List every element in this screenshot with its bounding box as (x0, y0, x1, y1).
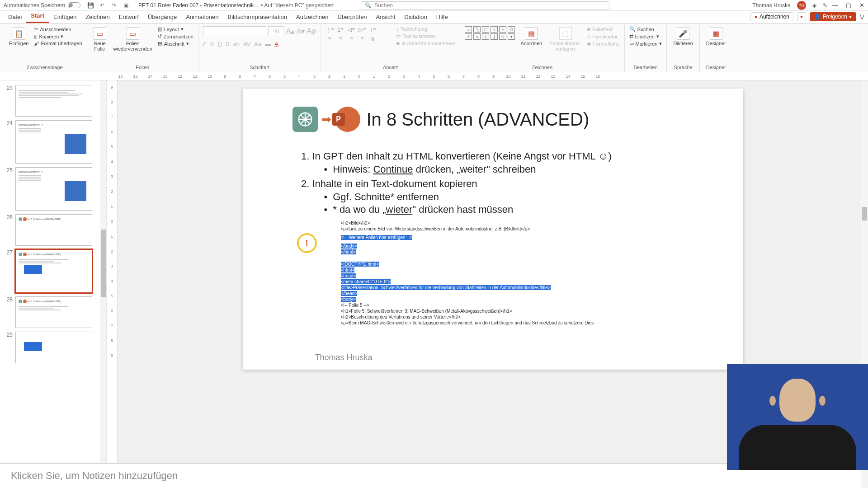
undo-icon[interactable]: ↶ (99, 2, 106, 9)
effects-button: ◉Formeffekte (587, 41, 620, 47)
tab-aufzeichnen[interactable]: Aufzeichnen (292, 12, 333, 23)
arrange-button[interactable]: ▦Anordnen (519, 26, 544, 47)
align-center-icon[interactable]: ≡ (336, 35, 344, 42)
columns-icon[interactable]: ⫼ (369, 35, 377, 42)
maximize-icon[interactable]: ▢ (846, 2, 851, 9)
autosave-toggle[interactable]: Automatisches Speichern (4, 2, 80, 9)
group-label: Bearbeiten (629, 64, 662, 71)
pencil-icon[interactable]: ✎ (823, 2, 827, 9)
toggle-switch[interactable] (68, 2, 80, 8)
group-label: Zwischenablage (7, 64, 82, 71)
clear-format-icon[interactable]: Aφ (307, 27, 316, 35)
slide-title-row: ➡ In 8 Schritten (ADVANCED) (292, 107, 707, 132)
thumb-28[interactable]: 28 In 8 Schritten (ADVANCED) (0, 295, 106, 330)
underline-icon[interactable]: U (217, 41, 222, 47)
diamond-icon[interactable]: ◈ (812, 2, 816, 9)
share-button[interactable]: 👤Freigeben▾ (810, 12, 856, 21)
outdent-icon[interactable]: ◁≡ (347, 26, 355, 33)
reuse-slides-button[interactable]: ▭Folien wiederverwenden (112, 26, 154, 52)
outline-button: ◇Formkontur (587, 33, 620, 39)
shadow-icon[interactable]: ab (233, 41, 239, 47)
bold-icon[interactable]: F (203, 41, 207, 47)
search-input[interactable]: 🔍 Suchen (361, 1, 609, 9)
highlight-icon[interactable]: ▬ (265, 41, 271, 47)
thumb-23[interactable]: 23 (0, 83, 106, 118)
tab-uebergaenge[interactable]: Übergänge (143, 12, 181, 23)
ribbon-tabs: Datei Start Einfügen Zeichnen Entwurf Üb… (0, 11, 868, 23)
user-avatar[interactable]: TH (797, 1, 806, 10)
collapse-ribbon-icon[interactable]: ⋁ (860, 14, 864, 20)
record-button[interactable]: ●Aufzeichnen (750, 12, 793, 21)
group-folien: ▭Neue Folie ▭Folien wiederverwenden ▥Lay… (87, 25, 198, 72)
ribbon-content: 📋Einfügen ✂Ausschneiden ⎘Kopieren▾ 🖌Form… (0, 23, 868, 72)
case-icon[interactable]: Aa (254, 41, 261, 47)
designer-button[interactable]: ▦Designer (704, 26, 728, 47)
code-screenshot: <h2>Bild</h2> <p>Link zu einem Bild von … (338, 220, 600, 326)
tab-zeichnen[interactable]: Zeichnen (81, 12, 114, 23)
close-icon[interactable]: ✕ (859, 2, 864, 9)
tab-animationen[interactable]: Animationen (181, 12, 223, 23)
copy-button[interactable]: ⎘Kopieren▾ (34, 33, 82, 39)
present-dropdown-icon[interactable]: ▾ (797, 12, 806, 21)
tab-einfuegen[interactable]: Einfügen (49, 12, 81, 23)
minimize-icon[interactable]: — (832, 2, 838, 9)
thumbnails-scrollbar[interactable] (100, 80, 106, 463)
layout-button[interactable]: ▥Layout▾ (158, 26, 193, 32)
justify-icon[interactable]: ≡ (358, 35, 366, 42)
shapes-gallery[interactable]: ▭╲▢○△⬠ ↗↘{}☆▾ (465, 26, 515, 40)
paste-button[interactable]: 📋Einfügen (7, 26, 30, 47)
cut-button[interactable]: ✂Ausschneiden (34, 26, 82, 32)
tab-dictation[interactable]: Dictation (400, 12, 432, 23)
bullets-icon[interactable]: ⋮≡ (326, 26, 334, 33)
slide-body-text[interactable]: In GPT den Inhalt zu HTML konvertieren (… (302, 150, 707, 216)
strike-icon[interactable]: S (226, 41, 230, 47)
find-button[interactable]: 🔍Suchen (629, 26, 662, 32)
numbering-icon[interactable]: 1≡ (336, 26, 344, 33)
dictate-button[interactable]: 🎤Diktieren (671, 26, 694, 47)
tab-ansicht[interactable]: Ansicht (372, 12, 400, 23)
section-button[interactable]: ▤Abschnitt▾ (158, 41, 193, 47)
group-bearbeiten: 🔍Suchen ⇄Ersetzen▾ ▭Markieren▾ Bearbeite… (625, 25, 667, 72)
thumb-29[interactable]: 29 (0, 330, 106, 365)
powerpoint-logo-icon (335, 107, 360, 132)
thumb-27[interactable]: 27 In 8 Schritten (ADVANCED) (0, 248, 106, 295)
thumb-24[interactable]: 24 Schweißverfahren 4 (0, 118, 106, 165)
align-right-icon[interactable]: ≡ (347, 35, 355, 42)
quick-styles-button: ▢Schnellformat- vorlagen (547, 26, 583, 52)
ruler-horizontal: 1615141312111098765432101234567891011121… (0, 72, 868, 80)
present-icon[interactable]: ▣ (122, 2, 129, 9)
linespace-icon[interactable]: ↕≡ (369, 26, 377, 33)
align-left-icon[interactable]: ≡ (326, 35, 334, 42)
indent-icon[interactable]: ▷≡ (358, 26, 366, 33)
tab-start[interactable]: Start (26, 10, 49, 23)
webcam-overlay (727, 364, 868, 470)
thumb-26[interactable]: 26 In 8 Schritten (ADVANCED) (0, 212, 106, 248)
font-color-icon[interactable]: A (274, 41, 278, 47)
chatgpt-logo-icon (292, 107, 318, 132)
search-icon: 🔍 (365, 2, 372, 9)
search-placeholder: Suchen (374, 2, 393, 9)
thumb-25[interactable]: 25 Schweißverfahren 4 (0, 165, 106, 212)
slide-canvas[interactable]: ➡ In 8 Schritten (ADVANCED) In GPT den I… (243, 89, 743, 370)
ruler-vertical: 9876543210123456789 (107, 80, 118, 463)
spacing-icon[interactable]: AV (243, 41, 250, 47)
font-family-select[interactable] (203, 26, 266, 36)
increase-font-icon[interactable]: A▴ (286, 27, 295, 36)
tab-entwurf[interactable]: Entwurf (114, 12, 143, 23)
italic-icon[interactable]: K (210, 41, 214, 47)
tab-hilfe[interactable]: Hilfe (432, 12, 453, 23)
reset-button[interactable]: ↺Zurücksetzen (158, 33, 193, 39)
format-painter-button[interactable]: 🖌Format übertragen (34, 41, 82, 46)
decrease-font-icon[interactable]: A▾ (296, 27, 305, 36)
group-label: Zeichnen (465, 64, 619, 71)
new-slide-button[interactable]: ▭Neue Folie (92, 26, 108, 52)
replace-button[interactable]: ⇄Ersetzen▾ (629, 33, 662, 39)
redo-icon[interactable]: ↷ (110, 2, 118, 9)
autosave-label: Automatisches Speichern (4, 2, 65, 9)
font-size-select[interactable] (268, 26, 284, 36)
save-icon[interactable]: 💾 (87, 2, 94, 9)
select-button[interactable]: ▭Markieren▾ (629, 41, 662, 47)
tab-datei[interactable]: Datei (4, 12, 26, 23)
tab-bildschirm[interactable]: Bildschirmpräsentation (223, 12, 292, 23)
tab-ueberpruefen[interactable]: Überprüfen (333, 12, 372, 23)
